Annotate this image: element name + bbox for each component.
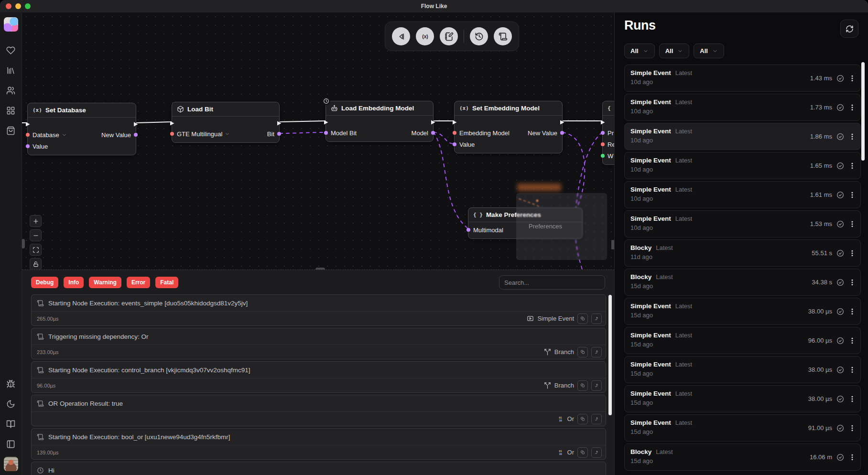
log-entry[interactable]: Hi — [31, 462, 606, 475]
node-load-embedding-model[interactable]: Load Embedding ModelModel BitModel — [326, 101, 434, 142]
exec-in-pin[interactable] — [169, 119, 175, 125]
run-menu-button[interactable] — [848, 133, 856, 140]
run-item[interactable]: Simple EventLatest10d ago1.61 ms — [624, 181, 861, 208]
heart-icon[interactable] — [4, 43, 18, 57]
jump-to-node-button[interactable] — [591, 380, 602, 391]
run-item[interactable]: Simple EventLatest10d ago1.73 ms — [624, 94, 861, 121]
run-item[interactable]: Simple EventLatest15d ago38.00 µs — [624, 298, 861, 325]
log-filter-debug[interactable]: Debug — [31, 277, 58, 288]
input-pin[interactable] — [453, 142, 456, 146]
log-entry[interactable]: Triggering missing dependency: Or233.00µ… — [31, 328, 606, 359]
log-entry[interactable]: OR Operation Result: true0110Or — [31, 395, 606, 426]
run-menu-button[interactable] — [848, 366, 856, 374]
moon-icon[interactable] — [4, 397, 18, 411]
node-set-embedding-model[interactable]: (x)Set Embedding ModelEmbedding ModelNew… — [454, 101, 563, 153]
runs-filter-dropdown-3[interactable]: All — [694, 43, 724, 58]
copy-log-button[interactable] — [577, 414, 588, 424]
log-filter-warning[interactable]: Warning — [89, 277, 121, 288]
jump-to-node-button[interactable] — [591, 447, 602, 458]
shopping-bag-icon[interactable] — [4, 123, 18, 138]
exec-in-pin[interactable] — [323, 119, 329, 124]
run-menu-button[interactable] — [848, 249, 856, 257]
run-item[interactable]: Simple EventLatest15d ago38.00 µs — [624, 356, 861, 383]
run-menu-button[interactable] — [848, 453, 856, 461]
log-entry[interactable]: Starting Node Execution: bool_or [uxu1ne… — [31, 428, 606, 460]
log-filter-info[interactable]: Info — [64, 277, 84, 288]
zoom-window-button[interactable] — [25, 3, 31, 9]
run-item[interactable]: BlockyLatest11d ago55.51 s — [624, 239, 861, 267]
bottom-resize-handle[interactable] — [315, 268, 325, 270]
panel-icon[interactable] — [4, 437, 18, 451]
flow-canvas[interactable]: (x)Set DatabaseDatabaseNew ValueValueLoa… — [22, 12, 614, 270]
book-open-icon[interactable] — [4, 417, 18, 431]
exec-in-pin[interactable] — [25, 120, 31, 126]
run-menu-button[interactable] — [848, 104, 856, 111]
output-pin[interactable] — [431, 131, 435, 135]
bug-icon[interactable] — [4, 377, 18, 391]
node-set-database[interactable]: (x)Set DatabaseDatabaseNew ValueValue — [27, 103, 136, 155]
input-pin[interactable] — [467, 228, 470, 232]
chevron-down-icon[interactable] — [225, 131, 230, 137]
fit-view-button[interactable] — [30, 244, 42, 256]
close-window-button[interactable] — [6, 3, 11, 9]
run-menu-button[interactable] — [848, 191, 856, 199]
run-menu-button[interactable] — [848, 220, 856, 228]
lock-button[interactable] — [30, 258, 42, 270]
input-pin[interactable] — [601, 154, 605, 158]
log-entry[interactable]: Starting Node Execution: events_simple [… — [31, 294, 606, 326]
log-filter-fatal[interactable]: Fatal — [155, 277, 178, 288]
exec-out-pin[interactable] — [133, 120, 139, 126]
run-menu-button[interactable] — [848, 395, 856, 403]
user-avatar[interactable] — [4, 457, 18, 471]
run-item[interactable]: Simple EventLatest10d ago1.65 ms — [624, 152, 861, 179]
output-pin[interactable] — [134, 133, 138, 137]
run-menu-button[interactable] — [848, 308, 856, 315]
input-pin[interactable] — [170, 132, 174, 136]
input-pin[interactable] — [324, 131, 328, 135]
exec-out-pin[interactable] — [559, 119, 565, 124]
jump-to-node-button[interactable] — [591, 347, 602, 357]
zoom-in-button[interactable] — [30, 215, 42, 227]
run-item[interactable]: Simple EventLatest15d ago91.00 µs — [624, 414, 861, 442]
log-scrollbar[interactable] — [608, 295, 612, 415]
run-item[interactable]: Simple EventLatest10d ago1.86 ms — [624, 123, 861, 150]
exec-in-pin[interactable] — [452, 119, 457, 124]
run-item[interactable]: BlockyLatest15d ago16.06 m — [624, 443, 861, 471]
run-item[interactable]: Simple EventLatest10d ago1.53 ms — [624, 210, 861, 238]
script-button[interactable] — [494, 27, 512, 45]
log-search-input[interactable] — [499, 275, 605, 290]
back-button[interactable] — [392, 27, 410, 45]
input-pin[interactable] — [453, 131, 456, 135]
zoom-out-button[interactable] — [30, 229, 42, 241]
jump-to-node-button[interactable] — [591, 313, 602, 324]
log-filter-error[interactable]: Error — [127, 277, 150, 288]
copy-log-button[interactable] — [577, 313, 588, 324]
refresh-runs-button[interactable] — [840, 20, 858, 38]
output-pin[interactable] — [560, 131, 564, 135]
chevron-down-icon[interactable] — [62, 132, 67, 138]
run-item[interactable]: BlockyLatest15d ago34.38 s — [624, 269, 861, 296]
notebook-button[interactable] — [440, 27, 458, 45]
exec-in-pin[interactable] — [600, 119, 606, 124]
minimize-window-button[interactable] — [15, 3, 21, 9]
jump-to-node-button[interactable] — [591, 414, 602, 424]
variables-button[interactable]: (x) — [416, 27, 434, 45]
run-menu-button[interactable] — [848, 162, 856, 170]
run-menu-button[interactable] — [848, 337, 856, 345]
runs-filter-dropdown-1[interactable]: All — [624, 43, 655, 58]
left-resize-handle[interactable] — [22, 239, 25, 248]
runs-scrollbar[interactable] — [861, 62, 865, 161]
run-menu-button[interactable] — [848, 279, 856, 286]
node-output-node[interactable]: { }PrReW — [602, 101, 614, 165]
exec-out-pin[interactable] — [430, 119, 436, 124]
node-load-bit[interactable]: Load BitGTE MultilingualBit — [172, 102, 280, 143]
log-entry[interactable]: Starting Node Execution: control_branch … — [31, 361, 606, 393]
input-pin[interactable] — [26, 144, 30, 148]
users-icon[interactable] — [4, 83, 18, 97]
input-pin[interactable] — [601, 142, 605, 146]
app-logo[interactable] — [4, 17, 18, 32]
input-pin[interactable] — [26, 133, 30, 137]
copy-log-button[interactable] — [577, 380, 588, 391]
right-resize-handle[interactable] — [611, 240, 614, 249]
history-button[interactable] — [470, 27, 488, 45]
